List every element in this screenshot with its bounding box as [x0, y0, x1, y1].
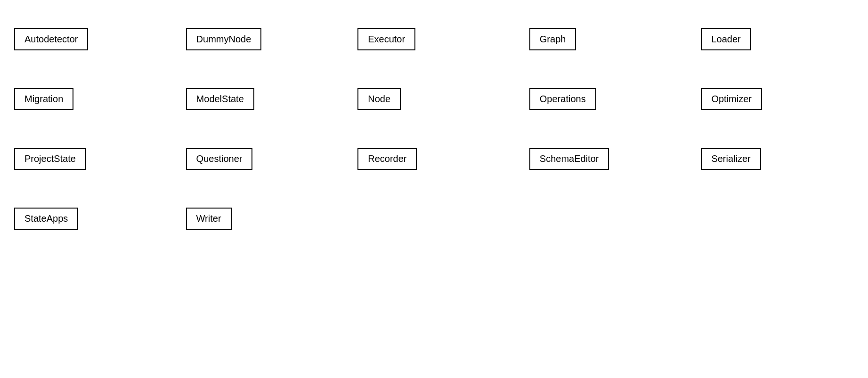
- cell-r1-c0: Migration: [5, 69, 177, 129]
- cell-r1-c3: Operations: [520, 69, 692, 129]
- cell-r1-c2: Node: [348, 69, 520, 129]
- cell-r2-c3: SchemaEditor: [520, 129, 692, 189]
- node-node[interactable]: Node: [357, 88, 401, 110]
- cell-r1-c1: ModelState: [177, 69, 349, 129]
- node-executor[interactable]: Executor: [357, 28, 415, 50]
- cell-r3-c1: Writer: [177, 189, 349, 249]
- cell-r3-c4: [691, 189, 863, 249]
- cell-r0-c2: Executor: [348, 9, 520, 69]
- cell-r0-c1: DummyNode: [177, 9, 349, 69]
- node-stateapps[interactable]: StateApps: [14, 208, 78, 230]
- node-projectstate[interactable]: ProjectState: [14, 148, 86, 170]
- node-graph[interactable]: Graph: [529, 28, 576, 50]
- node-grid: AutodetectorDummyNodeExecutorGraphLoader…: [0, 0, 868, 258]
- node-schemaeditor[interactable]: SchemaEditor: [529, 148, 609, 170]
- cell-r2-c2: Recorder: [348, 129, 520, 189]
- cell-r2-c0: ProjectState: [5, 129, 177, 189]
- cell-r2-c1: Questioner: [177, 129, 349, 189]
- node-migration[interactable]: Migration: [14, 88, 73, 110]
- node-autodetector[interactable]: Autodetector: [14, 28, 88, 50]
- node-optimizer[interactable]: Optimizer: [701, 88, 762, 110]
- cell-r3-c2: [348, 189, 520, 249]
- node-dummynode[interactable]: DummyNode: [186, 28, 262, 50]
- cell-r3-c0: StateApps: [5, 189, 177, 249]
- cell-r2-c4: Serializer: [691, 129, 863, 189]
- cell-r0-c0: Autodetector: [5, 9, 177, 69]
- node-serializer[interactable]: Serializer: [701, 148, 761, 170]
- node-recorder[interactable]: Recorder: [357, 148, 417, 170]
- node-modelstate[interactable]: ModelState: [186, 88, 254, 110]
- cell-r3-c3: [520, 189, 692, 249]
- cell-r1-c4: Optimizer: [691, 69, 863, 129]
- node-loader[interactable]: Loader: [701, 28, 751, 50]
- node-questioner[interactable]: Questioner: [186, 148, 253, 170]
- cell-r0-c4: Loader: [691, 9, 863, 69]
- cell-r0-c3: Graph: [520, 9, 692, 69]
- node-writer[interactable]: Writer: [186, 208, 232, 230]
- node-operations[interactable]: Operations: [529, 88, 596, 110]
